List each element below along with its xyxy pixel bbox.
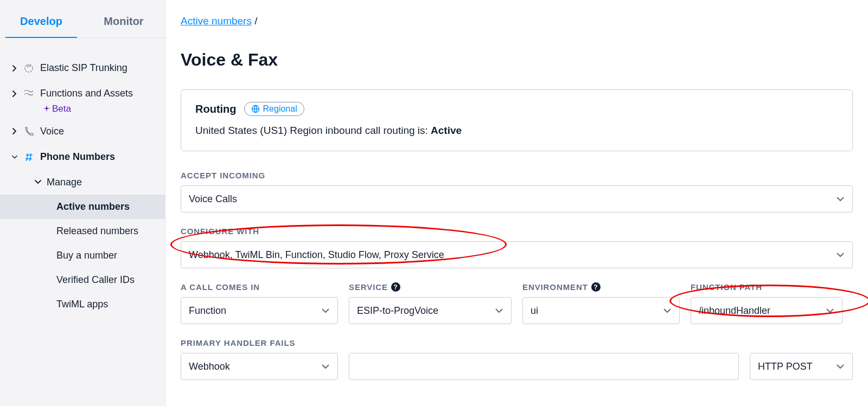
sidebar-item-voice[interactable]: Voice bbox=[0, 119, 165, 144]
select-value: Webhook bbox=[189, 361, 230, 372]
configure-with-label: CONFIGURE WITH bbox=[181, 227, 853, 236]
chevron-right-icon bbox=[12, 91, 17, 97]
chevron-right-icon bbox=[12, 128, 17, 134]
chevron-down-icon bbox=[836, 252, 845, 257]
sidebar-item-released-numbers[interactable]: Released numbers bbox=[0, 219, 165, 243]
sidebar-item-functions[interactable]: Functions and Assets bbox=[0, 81, 165, 106]
routing-card: Routing Regional United States (US1) Reg… bbox=[181, 89, 853, 151]
page-title: Voice & Fax bbox=[181, 50, 853, 70]
select-value: Function bbox=[189, 305, 226, 317]
spacer-label bbox=[349, 338, 739, 347]
routing-status-text: United States (US1) Region inbound call … bbox=[195, 125, 838, 137]
chevron-down-icon bbox=[826, 308, 834, 313]
environment-label-text: ENVIRONMENT bbox=[522, 282, 588, 292]
chevron-down-icon bbox=[495, 308, 503, 313]
select-value: Voice Calls bbox=[189, 194, 237, 205]
chevron-down-icon bbox=[321, 364, 330, 369]
service-label-text: SERVICE bbox=[349, 282, 388, 292]
assets-icon bbox=[23, 89, 35, 98]
beta-label: Beta bbox=[52, 104, 71, 114]
chevron-down-icon bbox=[836, 364, 845, 369]
globe-icon bbox=[251, 105, 260, 113]
environment-label: ENVIRONMENT ? bbox=[522, 282, 680, 292]
accept-incoming-select[interactable]: Voice Calls bbox=[181, 185, 853, 212]
sidebar-item-verified-caller-ids[interactable]: Verified Caller IDs bbox=[0, 268, 165, 292]
chevron-down-icon bbox=[321, 308, 330, 313]
tab-develop[interactable]: Develop bbox=[0, 15, 82, 37]
sidebar-nav: SIP Elastic SIP Trunking Functions and A… bbox=[0, 38, 165, 317]
chevron-down-icon bbox=[12, 155, 17, 159]
sidebar-item-label: Functions and Assets bbox=[40, 87, 158, 100]
phone-icon bbox=[23, 126, 35, 137]
sidebar-tabs: Develop Monitor bbox=[0, 0, 165, 38]
routing-title: Routing bbox=[195, 103, 237, 115]
select-value: /inboundHandler bbox=[699, 305, 770, 317]
chevron-right-icon bbox=[12, 65, 17, 72]
breadcrumb-separator: / bbox=[254, 15, 257, 27]
function-path-select[interactable]: /inboundHandler bbox=[691, 297, 843, 324]
sidebar-item-phone-numbers[interactable]: Phone Numbers bbox=[0, 144, 165, 170]
accept-incoming-label: ACCEPT INCOMING bbox=[181, 171, 853, 180]
primary-handler-fails-select[interactable]: Webhook bbox=[181, 353, 338, 380]
select-value: ESIP-to-ProgVoice bbox=[357, 305, 438, 317]
sidebar-item-esip[interactable]: SIP Elastic SIP Trunking bbox=[0, 55, 165, 81]
sidebar-item-label: Phone Numbers bbox=[40, 151, 158, 163]
sidebar-item-label: Voice bbox=[40, 125, 158, 138]
select-value: ui bbox=[531, 305, 538, 317]
sparkle-icon bbox=[42, 105, 51, 113]
environment-select[interactable]: ui bbox=[522, 297, 680, 324]
help-icon[interactable]: ? bbox=[391, 282, 400, 292]
select-value: Webhook, TwiML Bin, Function, Studio Flo… bbox=[189, 249, 444, 261]
main-content: Active numbers / Voice & Fax Routing Reg… bbox=[165, 0, 868, 406]
primary-handler-fails-url-input[interactable] bbox=[349, 353, 739, 380]
sidebar-item-twiml-apps[interactable]: TwiML apps bbox=[0, 292, 165, 317]
service-select[interactable]: ESIP-to-ProgVoice bbox=[349, 297, 512, 324]
configure-with-select[interactable]: Webhook, TwiML Bin, Function, Studio Flo… bbox=[181, 241, 853, 268]
select-value: HTTP POST bbox=[758, 361, 813, 372]
sidebar: Develop Monitor SIP Elastic SIP Trunking… bbox=[0, 0, 165, 406]
svg-text:SIP: SIP bbox=[27, 65, 31, 68]
call-comes-in-select[interactable]: Function bbox=[181, 297, 338, 324]
spacer-label bbox=[750, 338, 853, 347]
breadcrumb: Active numbers / bbox=[181, 15, 853, 27]
chevron-down-icon bbox=[836, 196, 845, 202]
call-comes-in-label: A CALL COMES IN bbox=[181, 282, 338, 292]
help-icon[interactable]: ? bbox=[591, 282, 601, 292]
sidebar-item-label: Manage bbox=[47, 177, 82, 188]
chevron-down-icon bbox=[35, 180, 41, 184]
routing-status-prefix: United States (US1) Region inbound call … bbox=[195, 125, 431, 136]
primary-handler-fails-label: PRIMARY HANDLER FAILS bbox=[181, 338, 338, 347]
hash-icon bbox=[23, 152, 35, 163]
breadcrumb-active-numbers[interactable]: Active numbers bbox=[181, 15, 252, 27]
sidebar-item-manage[interactable]: Manage bbox=[0, 170, 165, 195]
sidebar-item-active-numbers[interactable]: Active numbers bbox=[0, 195, 165, 219]
sip-icon: SIP bbox=[23, 63, 35, 74]
routing-status-value: Active bbox=[431, 125, 462, 136]
primary-handler-fails-method-select[interactable]: HTTP POST bbox=[750, 353, 853, 380]
sidebar-item-label: Elastic SIP Trunking bbox=[40, 62, 158, 74]
regional-badge[interactable]: Regional bbox=[244, 102, 304, 116]
tab-monitor[interactable]: Monitor bbox=[82, 15, 165, 37]
function-path-label: FUNCTION PATH bbox=[691, 282, 843, 292]
service-label: SERVICE ? bbox=[349, 282, 512, 292]
chevron-down-icon bbox=[663, 308, 672, 313]
beta-badge: Beta bbox=[0, 104, 165, 114]
sidebar-item-buy-number[interactable]: Buy a number bbox=[0, 243, 165, 268]
regional-badge-label: Regional bbox=[263, 104, 297, 114]
